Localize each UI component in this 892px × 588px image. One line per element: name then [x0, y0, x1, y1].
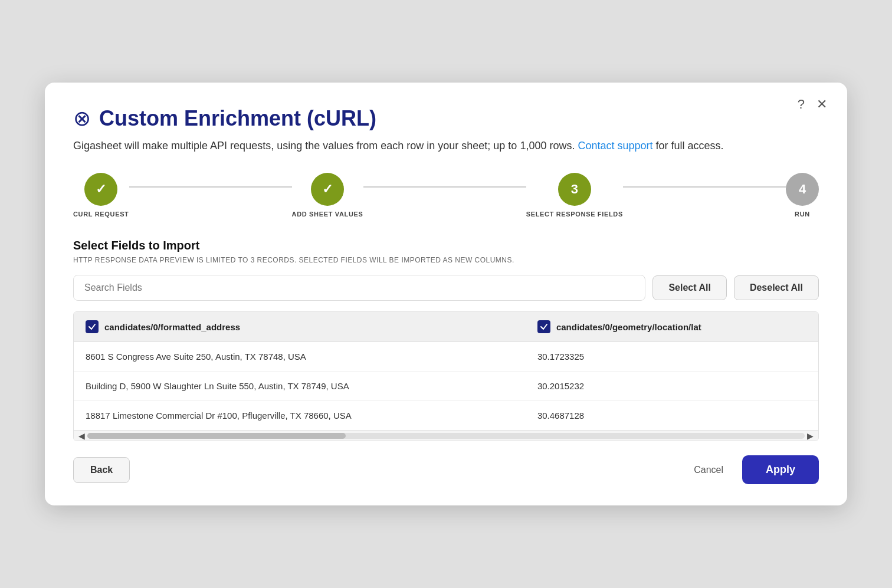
row-1-formatted-address: 8601 S Congress Ave Suite 250, Austin, T…: [74, 342, 526, 372]
close-icon: ✕: [816, 97, 827, 111]
row-3-formatted-address: 18817 Limestone Commercial Dr #100, Pflu…: [74, 401, 526, 431]
step-add-sheet-values: ✓ ADD SHEET VALUES: [292, 173, 363, 218]
help-button[interactable]: ?: [796, 97, 806, 112]
step-circle-3: 3: [558, 173, 591, 206]
row-2-formatted-address: Building D, 5900 W Slaughter Ln Suite 55…: [74, 372, 526, 401]
stepper: ✓ CURL REQUEST ✓ ADD SHEET VALUES 3 SELE…: [73, 173, 819, 218]
step-1-label: CURL REQUEST: [73, 211, 129, 218]
modal-header: ⊗ Custom Enrichment (cURL): [73, 106, 819, 131]
step-curl-request: ✓ CURL REQUEST: [73, 173, 129, 218]
table-scroll-area[interactable]: candidates/0/formatted_address cand: [74, 312, 818, 430]
apply-button[interactable]: Apply: [742, 455, 819, 484]
step-select-response-fields: 3 SELECT RESPONSE FIELDS: [526, 173, 623, 218]
subtitle-text-end: for full access.: [653, 140, 724, 152]
logo-icon: ⊗: [73, 108, 91, 129]
col-1-checkmark-icon: [88, 323, 96, 331]
fields-section-title: Select Fields to Import: [73, 239, 819, 252]
step-line-3-4: [623, 186, 786, 188]
subtitle-text-start: Gigasheet will make multiple API request…: [73, 140, 578, 152]
step-2-label: ADD SHEET VALUES: [292, 211, 363, 218]
col-1-checkbox[interactable]: [86, 320, 99, 333]
fields-table-wrapper: candidates/0/formatted_address cand: [73, 311, 819, 441]
table-row: 18817 Limestone Commercial Dr #100, Pflu…: [74, 401, 818, 431]
search-row: Select All Deselect All: [73, 275, 819, 301]
row-2-geometry-lat: 30.2015232: [526, 372, 818, 401]
scrollbar-track[interactable]: [87, 433, 805, 439]
back-button[interactable]: Back: [73, 457, 130, 483]
step-line-2-3: [363, 186, 526, 188]
cancel-button[interactable]: Cancel: [689, 458, 728, 482]
modal-subtitle: Gigasheet will make multiple API request…: [73, 138, 819, 154]
help-icon: ?: [798, 97, 805, 111]
step-3-label: SELECT RESPONSE FIELDS: [526, 211, 623, 218]
step-1-checkmark: ✓: [96, 182, 106, 197]
col-2-checkmark-icon: [540, 323, 548, 331]
contact-support-link[interactable]: Contact support: [578, 140, 652, 152]
fields-section-subtitle: HTTP RESPONSE DATA PREVIEW IS LIMITED TO…: [73, 256, 819, 264]
select-all-button[interactable]: Select All: [652, 275, 726, 300]
col-2-checkbox[interactable]: [537, 320, 550, 333]
table-header-row: candidates/0/formatted_address cand: [74, 312, 818, 342]
col-header-formatted-address: candidates/0/formatted_address: [74, 312, 526, 342]
col-1-header-label: candidates/0/formatted_address: [104, 322, 240, 332]
step-2-checkmark: ✓: [322, 182, 333, 197]
step-run: 4 RUN: [786, 173, 819, 218]
fields-table: candidates/0/formatted_address cand: [74, 312, 818, 430]
step-4-label: RUN: [795, 211, 810, 218]
scroll-right-arrow[interactable]: ▶: [805, 431, 816, 441]
step-circle-4: 4: [786, 173, 819, 206]
table-row: Building D, 5900 W Slaughter Ln Suite 55…: [74, 372, 818, 401]
col-header-geometry-lat: candidates/0/geometry/location/lat: [526, 312, 818, 342]
deselect-all-button[interactable]: Deselect All: [734, 275, 819, 300]
scrollbar-thumb[interactable]: [87, 433, 346, 439]
step-4-number: 4: [799, 182, 806, 197]
close-button[interactable]: ✕: [815, 97, 828, 112]
step-3-number: 3: [571, 182, 578, 197]
step-circle-2: ✓: [311, 173, 344, 206]
modal-top-icons: ? ✕: [796, 97, 828, 112]
modal-footer: Back Cancel Apply: [73, 455, 819, 484]
step-line-1-2: [129, 186, 292, 188]
col-2-header-label: candidates/0/geometry/location/lat: [556, 322, 701, 332]
search-input[interactable]: [73, 275, 645, 301]
modal-container: ? ✕ ⊗ Custom Enrichment (cURL) Gigasheet…: [45, 83, 847, 505]
table-row: 8601 S Congress Ave Suite 250, Austin, T…: [74, 342, 818, 372]
modal-title: Custom Enrichment (cURL): [99, 106, 376, 131]
step-circle-1: ✓: [84, 173, 117, 206]
row-1-geometry-lat: 30.1723325: [526, 342, 818, 372]
scroll-left-arrow[interactable]: ◀: [76, 431, 87, 441]
footer-right: Cancel Apply: [689, 455, 819, 484]
horizontal-scrollbar[interactable]: ◀ ▶: [74, 430, 818, 441]
row-3-geometry-lat: 30.4687128: [526, 401, 818, 431]
